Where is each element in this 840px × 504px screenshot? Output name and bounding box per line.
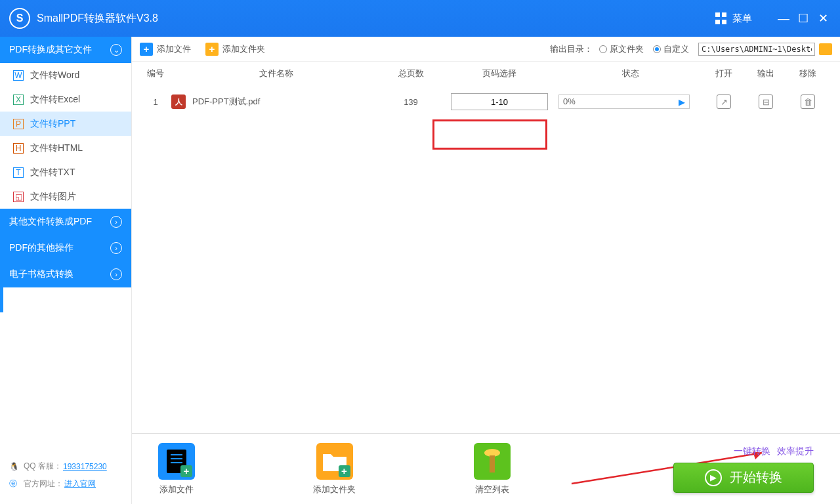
add-file-big-icon: + [158, 443, 195, 480]
bottom-add-folder-button[interactable]: + 添加文件夹 [313, 443, 356, 495]
start-convert-button[interactable]: ▶ 开始转换 [673, 463, 814, 493]
sidebar-category-pdf-other-ops[interactable]: PDF的其他操作 › [0, 235, 131, 261]
bottom-add-file-label: 添加文件 [159, 484, 194, 495]
grid-header: 编号 文件名称 总页数 页码选择 状态 打开 输出 移除 [132, 62, 840, 85]
row-filename: PDF-PPT测试.pdf [192, 96, 260, 108]
remove-row-icon[interactable]: 🗑 [801, 94, 815, 109]
output-path-input[interactable] [698, 43, 815, 56]
row-start-icon[interactable]: ▶ [675, 94, 689, 109]
word-icon: W [13, 70, 24, 81]
progress-text: 0% [563, 96, 576, 106]
clear-list-big-icon [474, 443, 511, 480]
plus-icon: + [140, 43, 153, 56]
qq-number-link[interactable]: 1933175230 [63, 462, 107, 471]
app-title: SmallPDF转换器软件V3.8 [37, 12, 158, 26]
add-file-button[interactable]: + 添加文件 [140, 43, 191, 56]
close-button[interactable]: ✕ [815, 10, 831, 26]
txt-icon: T [13, 167, 24, 178]
radio-label: 自定义 [663, 43, 689, 55]
radio-label: 原文件夹 [610, 43, 644, 55]
sidebar-item-to-word[interactable]: W文件转Word [0, 63, 131, 87]
open-file-icon[interactable]: ↗ [717, 94, 731, 109]
header-open: 打开 [703, 68, 745, 79]
output-folder-icon[interactable]: ⊟ [759, 94, 773, 109]
bottom-clear-list-button[interactable]: 清空列表 [474, 443, 511, 495]
minimize-button[interactable]: — [776, 10, 791, 26]
sidebar-item-to-txt[interactable]: T文件转TXT [0, 160, 131, 184]
sidebar-item-label: 文件转TXT [30, 167, 75, 178]
chevron-right-icon: › [110, 216, 122, 228]
sidebar-item-to-html[interactable]: H文件转HTML [0, 136, 131, 160]
radio-custom-folder[interactable]: 自定义 [653, 43, 689, 55]
add-folder-big-icon: + [316, 443, 353, 480]
official-site-link[interactable]: 进入官网 [64, 478, 96, 490]
sidebar-category-label: PDF转换成其它文件 [9, 44, 92, 56]
bottom-add-folder-label: 添加文件夹 [313, 484, 356, 495]
bottom-clear-list-label: 清空列表 [475, 484, 509, 495]
sidebar-item-label: 文件转图片 [30, 191, 76, 203]
browse-folder-icon[interactable] [819, 43, 832, 55]
bottom-bar: + 添加文件 + 添加文件夹 清空列表 一键转换效率提升 [132, 433, 840, 504]
logo-letter: S [16, 12, 24, 24]
play-icon: ▶ [705, 469, 722, 486]
radio-original-folder[interactable]: 原文件夹 [599, 43, 644, 55]
sidebar-item-label: 文件转PPT [30, 118, 75, 130]
highlight-annotation [432, 119, 547, 150]
pdf-icon: 人 [171, 94, 186, 109]
progress-bar: 0% ▶ [558, 94, 690, 109]
header-output: 输出 [745, 68, 787, 79]
sidebar-category-other-to-pdf[interactable]: 其他文件转换成PDF › [0, 209, 131, 235]
toolbar: + 添加文件 + 添加文件夹 输出目录： 原文件夹 自定义 [132, 37, 840, 62]
main-panel: + 添加文件 + 添加文件夹 输出目录： 原文件夹 自定义 编号 文件名称 总页… [132, 37, 840, 504]
site-label: 官方网址： [24, 478, 63, 490]
plus-icon: + [205, 43, 219, 56]
add-folder-button[interactable]: + 添加文件夹 [205, 43, 265, 56]
slogan: 一键转换效率提升 [734, 446, 814, 457]
active-indicator [0, 287, 3, 312]
globe-icon: ⓔ [9, 478, 20, 490]
sidebar-item-to-excel[interactable]: X文件转Excel [0, 87, 131, 112]
header-remove: 移除 [787, 68, 829, 79]
sidebar-category-pdf-to-other[interactable]: PDF转换成其它文件 ⌄ [0, 37, 131, 63]
sidebar-item-label: 文件转HTML [30, 142, 83, 154]
sidebar-item-to-image[interactable]: ◱文件转图片 [0, 184, 131, 209]
output-dir-label: 输出目录： [550, 43, 593, 55]
menu-button[interactable]: 菜单 [732, 12, 752, 25]
start-button-label: 开始转换 [730, 469, 782, 486]
titlebar: S SmallPDF转换器软件V3.8 菜单 — ☐ ✕ [0, 0, 840, 37]
chevron-right-icon: › [110, 268, 122, 280]
sidebar: PDF转换成其它文件 ⌄ W文件转Word X文件转Excel P文件转PPT … [0, 37, 132, 504]
row-status-cell: 0% ▶ [558, 94, 703, 109]
qq-label: QQ 客服： [24, 461, 62, 472]
add-folder-label: 添加文件夹 [222, 43, 265, 55]
header-num: 编号 [140, 68, 171, 79]
header-range: 页码选择 [440, 68, 558, 79]
sidebar-item-to-ppt[interactable]: P文件转PPT [0, 112, 131, 136]
image-icon: ◱ [13, 192, 24, 202]
maximize-button[interactable]: ☐ [795, 10, 811, 26]
sidebar-item-label: 文件转Word [30, 70, 79, 81]
bottom-add-file-button[interactable]: + 添加文件 [158, 443, 195, 495]
add-file-label: 添加文件 [157, 43, 191, 55]
ppt-icon: P [13, 119, 24, 129]
radio-icon [653, 45, 661, 53]
row-total-pages: 139 [381, 97, 440, 107]
radio-icon [599, 45, 607, 53]
sidebar-category-label: 电子书格式转换 [9, 268, 74, 280]
row-page-range-cell [440, 93, 558, 110]
sidebar-category-ebook[interactable]: 电子书格式转换 › [0, 261, 131, 287]
menu-grid-icon[interactable] [715, 12, 727, 24]
header-pages: 总页数 [381, 68, 440, 79]
page-range-input[interactable] [451, 93, 548, 110]
chevron-right-icon: › [110, 242, 122, 254]
sidebar-footer: 🐧 QQ 客服： 1933175230 ⓔ 官方网址： 进入官网 [0, 453, 131, 504]
excel-icon: X [13, 94, 24, 105]
qq-icon: 🐧 [9, 462, 20, 471]
row-num: 1 [140, 97, 171, 107]
row-filename-cell: 人 PDF-PPT测试.pdf [171, 94, 381, 109]
chevron-down-icon: ⌄ [110, 44, 122, 56]
sidebar-category-label: 其他文件转换成PDF [9, 216, 92, 228]
table-row: 1 人 PDF-PPT测试.pdf 139 0% ▶ ↗ ⊟ 🗑 [132, 85, 840, 118]
svg-rect-7 [490, 455, 495, 472]
header-name: 文件名称 [171, 68, 381, 79]
